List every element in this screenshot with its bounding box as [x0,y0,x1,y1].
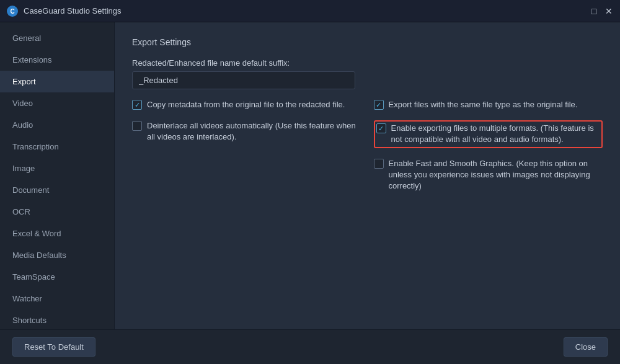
sidebar-item-video[interactable]: Video [0,92,114,114]
sidebar-item-general[interactable]: General [0,27,114,49]
bottom-bar: Reset To Default Close [0,329,620,364]
checkbox-multiple-formats[interactable] [376,123,386,133]
sidebar-item-image[interactable]: Image [0,158,114,179]
checkbox-row-multiple-formats: Enable exporting files to multiple forma… [376,123,601,145]
close-button[interactable]: Close [564,337,608,357]
checkbox-label-same-filetype: Export files with the same file type as … [389,99,578,110]
checkbox-row-deinterlace: Deinterlace all videos automatically (Us… [132,120,361,143]
minimize-button[interactable]: □ [589,6,599,16]
content-area: Export Settings Redacted/Enhanced file n… [115,22,620,329]
checkbox-label-deinterlace: Deinterlace all videos automatically (Us… [147,120,361,143]
sidebar-item-excel-word[interactable]: Excel & Word [0,223,114,244]
title-bar-text: CaseGuard Studio Settings [24,6,589,16]
sidebar-item-watcher[interactable]: Watcher [0,288,114,309]
suffix-input[interactable] [132,71,355,89]
highlight-box: Enable exporting files to multiple forma… [374,120,603,148]
suffix-row: Redacted/Enhanced file name default suff… [132,58,603,89]
sidebar: GeneralExtensionsExportVideoAudioTranscr… [0,22,115,329]
reset-button[interactable]: Reset To Default [12,337,95,357]
sidebar-item-extensions[interactable]: Extensions [0,49,114,71]
checkbox-label-copy-metadata: Copy metadata from the original file to … [147,99,345,110]
close-window-button[interactable]: ✕ [604,6,614,16]
checkbox-row-fast-graphics: Enable Fast and Smooth Graphics. (Keep t… [374,158,603,192]
title-bar-controls: □ ✕ [589,6,614,16]
options-left-column: Copy metadata from the original file to … [132,99,361,192]
sidebar-item-transcription[interactable]: Transcription [0,136,114,158]
options-right-column: Export files with the same file type as … [374,99,603,192]
sidebar-item-export[interactable]: Export [0,71,114,92]
checkbox-label-multiple-formats: Enable exporting files to multiple forma… [391,123,601,145]
main-layout: GeneralExtensionsExportVideoAudioTranscr… [0,22,620,329]
checkbox-same-filetype[interactable] [374,100,384,110]
suffix-label: Redacted/Enhanced file name default suff… [132,58,355,68]
checkbox-row-copy-metadata: Copy metadata from the original file to … [132,99,361,110]
checkbox-deinterlace[interactable] [132,121,142,131]
sidebar-item-shortcuts[interactable]: Shortcuts [0,309,114,329]
svg-text:C: C [10,8,14,15]
checkbox-copy-metadata[interactable] [132,100,142,110]
title-bar: C CaseGuard Studio Settings □ ✕ [0,0,620,22]
sidebar-item-ocr[interactable]: OCR [0,201,114,223]
sidebar-item-document[interactable]: Document [0,179,114,201]
sidebar-item-audio[interactable]: Audio [0,114,114,136]
sidebar-item-teamspace[interactable]: TeamSpace [0,266,114,288]
checkbox-fast-graphics[interactable] [374,159,384,169]
sidebar-item-media-defaults[interactable]: Media Defaults [0,244,114,266]
checkbox-row-same-filetype: Export files with the same file type as … [374,99,603,110]
options-grid: Copy metadata from the original file to … [132,99,603,192]
section-title: Export Settings [132,37,603,47]
checkbox-label-fast-graphics: Enable Fast and Smooth Graphics. (Keep t… [389,158,603,192]
app-logo-icon: C [6,5,19,17]
